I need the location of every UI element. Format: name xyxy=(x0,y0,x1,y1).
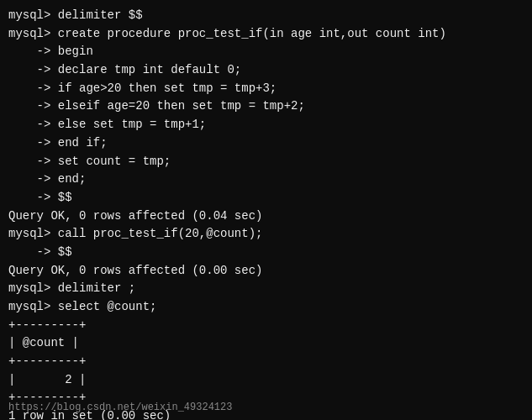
bottom-bar: https://blog.csdn.net/weixin_49324123 xyxy=(0,402,532,413)
terminal-line: -> set count = tmp; xyxy=(8,153,524,171)
terminal-line: | @count | xyxy=(8,334,524,353)
terminal-line: | 2 | xyxy=(8,371,524,390)
terminal-line: Query OK, 0 rows affected (0.04 sec) xyxy=(8,207,524,226)
terminal-line: -> if age>20 then set tmp = tmp+3; xyxy=(8,80,524,98)
terminal-output: mysql> delimiter $$mysql> create procedu… xyxy=(8,7,524,420)
terminal-line: mysql> select @count; xyxy=(8,298,524,317)
terminal-line: -> begin xyxy=(8,43,524,61)
terminal-window: mysql> delimiter $$mysql> create procedu… xyxy=(0,0,532,420)
terminal-line: -> end; xyxy=(8,171,524,189)
terminal-line: -> $$ xyxy=(8,189,524,207)
terminal-line: +---------+ xyxy=(8,317,524,335)
terminal-line: -> elseif age=20 then set tmp = tmp+2; xyxy=(8,97,524,116)
terminal-line: Query OK, 0 rows affected (0.00 sec) xyxy=(8,262,524,281)
terminal-line: +---------+ xyxy=(8,353,524,371)
terminal-line: mysql> call proc_test_if(20,@count); xyxy=(8,225,524,244)
watermark: https://blog.csdn.net/weixin_49324123 xyxy=(8,402,232,413)
terminal-line: mysql> create procedure proc_test_if(in … xyxy=(8,25,524,44)
terminal-line: mysql> delimiter $$ xyxy=(8,7,524,25)
terminal-line: -> declare tmp int default 0; xyxy=(8,61,524,80)
terminal-line: -> $$ xyxy=(8,244,524,262)
terminal-line: -> else set tmp = tmp+1; xyxy=(8,116,524,134)
terminal-line: -> end if; xyxy=(8,134,524,153)
terminal-line: mysql> delimiter ; xyxy=(8,280,524,298)
